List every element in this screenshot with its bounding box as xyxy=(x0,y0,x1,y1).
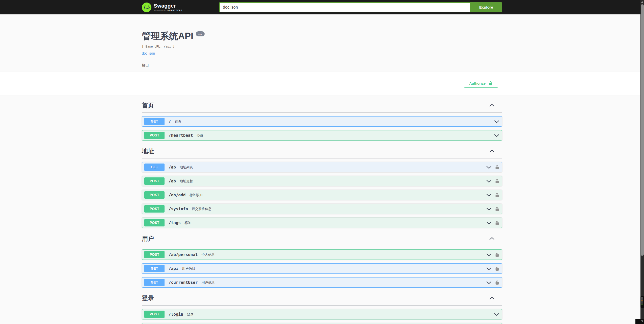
method-badge: GET xyxy=(144,279,165,286)
spec-url-input[interactable] xyxy=(219,2,470,12)
tag-section: 用户 POST /ab/personal 个人信息 xyxy=(142,228,502,288)
scroll-marker xyxy=(641,298,643,299)
scheme-container: Authorize xyxy=(0,72,644,95)
chevron-down-icon[interactable] xyxy=(494,313,499,316)
explore-button[interactable]: Explore xyxy=(470,2,502,12)
page-title: 管理系统API 1.0 xyxy=(142,31,502,42)
authorize-button[interactable]: Authorize xyxy=(464,79,498,88)
method-badge: POST xyxy=(144,251,165,258)
lock-icon[interactable] xyxy=(495,165,499,170)
endpoint-row[interactable]: POST /ab/personal 个人信息 xyxy=(142,249,502,260)
chevron-down-icon[interactable] xyxy=(494,134,499,137)
endpoint-summary: 心跳 xyxy=(197,133,203,138)
lock-icon[interactable] xyxy=(495,207,499,211)
endpoint-summary: 标签添加 xyxy=(189,193,202,197)
endpoint-path: /ab/personal xyxy=(169,252,198,257)
endpoint-summary: 标签 xyxy=(184,221,191,225)
endpoint-row[interactable]: POST /sysinfo 提交系统信息 xyxy=(142,204,502,214)
tagline-prefix: supported by xyxy=(154,9,167,11)
tag-title: 首页 xyxy=(142,101,154,109)
scroll-marker xyxy=(641,299,643,300)
method-badge: GET xyxy=(144,265,165,272)
chevron-down-icon[interactable] xyxy=(494,120,499,123)
endpoint-row[interactable]: POST /heartbeat 心跳 xyxy=(142,130,502,141)
endpoint-summary: 地址列表 xyxy=(180,165,193,170)
authorize-label: Authorize xyxy=(469,81,486,85)
endpoint-row[interactable]: POST /ab 地址更新 xyxy=(142,176,502,186)
vertical-scrollbar[interactable] xyxy=(640,0,644,324)
endpoint-row[interactable]: POST /login 登录 xyxy=(142,309,502,319)
scroll-marker-orange xyxy=(641,300,643,301)
tag-title: 地址 xyxy=(142,147,154,155)
scroll-marker xyxy=(641,303,643,303)
endpoint-path: /heartbeat xyxy=(169,133,193,138)
version-badge: 1.0 xyxy=(196,31,205,36)
endpoint-path: /login xyxy=(169,312,183,317)
tag-header[interactable]: 用户 xyxy=(142,228,502,246)
tag-title: 登录 xyxy=(142,294,154,302)
lock-icon[interactable] xyxy=(495,221,499,225)
swagger-logo-text: Swagger xyxy=(154,3,182,8)
tag-header[interactable]: 登录 xyxy=(142,288,502,306)
lock-icon[interactable] xyxy=(495,266,499,271)
chevron-down-icon[interactable] xyxy=(486,194,492,197)
scroll-marker xyxy=(641,302,643,302)
method-badge: POST xyxy=(144,132,165,139)
api-title-text: 管理系统API xyxy=(142,31,193,42)
chevron-down-icon[interactable] xyxy=(486,166,492,169)
endpoint-row[interactable]: POST /ab/add 标签添加 xyxy=(142,190,502,200)
swagger-logo-tagline: supported by SMARTBEAR xyxy=(154,9,182,11)
lock-icon[interactable] xyxy=(495,280,499,285)
chevron-down-icon[interactable] xyxy=(486,207,492,211)
scrollbar-up-arrow-icon[interactable] xyxy=(641,1,643,3)
tag-header[interactable]: 首页 xyxy=(142,95,502,113)
chevron-down-icon[interactable] xyxy=(486,281,492,284)
api-sections: 首页 GET / 首页 POST /heartbeat 心跳 xyxy=(142,95,502,324)
scroll-marker xyxy=(641,304,643,304)
scrollbar-down-arrow-icon[interactable] xyxy=(641,320,643,322)
endpoint-path: /currentUser xyxy=(169,280,198,285)
endpoint-row[interactable]: POST /login/outLogin 退出登录 xyxy=(142,323,502,324)
method-badge: GET xyxy=(144,164,165,171)
scrollbar-thumb[interactable] xyxy=(641,4,644,256)
topbar: {…} Swagger supported by SMARTBEAR Explo… xyxy=(0,0,644,14)
endpoint-summary: 用户信息 xyxy=(202,280,215,285)
endpoint-summary: 用户信息 xyxy=(182,266,195,271)
chevron-down-icon[interactable] xyxy=(486,180,492,183)
tag-section: 地址 GET /ab 地址列表 POST xyxy=(142,141,502,228)
lock-icon[interactable] xyxy=(495,193,499,197)
endpoint-summary: 个人信息 xyxy=(202,252,215,257)
chevron-up-icon[interactable] xyxy=(489,237,495,240)
scrollbar-bottom-corner xyxy=(635,319,644,324)
api-info-section: 管理系统API 1.0 [ Base URL: /api ] doc.json … xyxy=(0,14,644,72)
endpoint-summary: 地址更新 xyxy=(180,179,193,183)
endpoint-row[interactable]: GET /api 用户信息 xyxy=(142,263,502,274)
endpoint-row[interactable]: GET /ab 地址列表 xyxy=(142,162,502,172)
swagger-logo: {…} Swagger supported by SMARTBEAR xyxy=(142,3,182,12)
spec-doc-link[interactable]: doc.json xyxy=(142,51,155,55)
chevron-up-icon[interactable] xyxy=(489,297,495,300)
scrollbar-marker-box xyxy=(640,296,644,308)
method-badge: POST xyxy=(144,311,165,318)
chevron-up-icon[interactable] xyxy=(489,104,495,107)
base-url: [ Base URL: /api ] xyxy=(142,45,502,48)
chevron-down-icon[interactable] xyxy=(486,267,492,270)
tag-section: 登录 POST /login 登录 POST /login/outLogin 退… xyxy=(142,288,502,324)
endpoint-summary: 登录 xyxy=(187,312,194,317)
lock-icon[interactable] xyxy=(495,179,499,183)
chevron-down-icon[interactable] xyxy=(486,253,492,256)
method-badge: GET xyxy=(144,118,165,125)
tag-section: 首页 GET / 首页 POST /heartbeat 心跳 xyxy=(142,95,502,141)
lock-icon[interactable] xyxy=(495,252,499,257)
tag-header[interactable]: 地址 xyxy=(142,141,502,158)
endpoint-path: /sysinfo xyxy=(169,206,188,211)
spec-url-form: Explore xyxy=(219,2,502,12)
endpoint-row[interactable]: GET / 首页 xyxy=(142,116,502,127)
chevron-down-icon[interactable] xyxy=(486,221,492,224)
swagger-logo-icon: {…} xyxy=(142,3,151,12)
endpoint-row[interactable]: POST /tags 标签 xyxy=(142,218,502,228)
chevron-up-icon[interactable] xyxy=(489,150,495,153)
endpoint-row[interactable]: GET /currentUser 用户信息 xyxy=(142,277,502,288)
endpoint-summary: 提交系统信息 xyxy=(192,207,211,211)
endpoint-path: /api xyxy=(169,266,178,271)
